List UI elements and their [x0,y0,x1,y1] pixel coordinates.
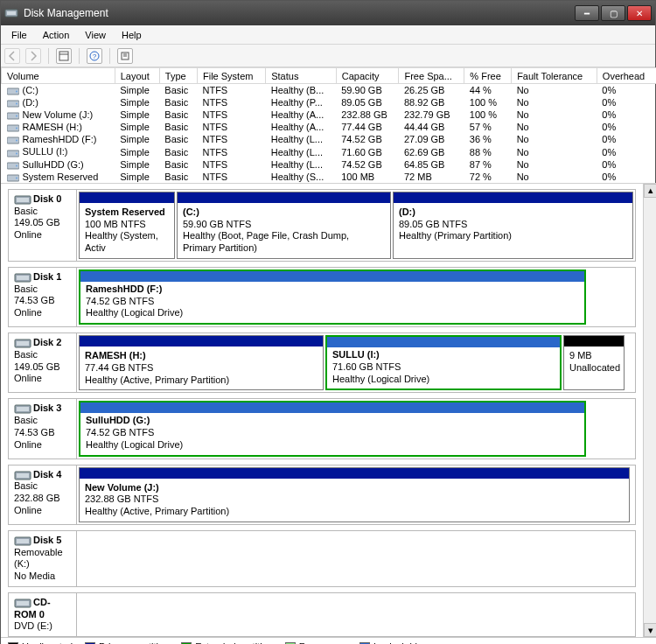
disk-row[interactable]: CD-ROM 0DVD (E:) [8,592,636,637]
partition[interactable]: 9 MBUnallocated [563,335,625,390]
menubar: File Action View Help [1,25,655,45]
partition-bar [564,336,624,346]
svg-text:?: ? [93,52,97,60]
partition[interactable]: SulluHDD (G:)74.52 GB NTFSHealthy (Logic… [79,401,586,456]
partition[interactable]: RameshHDD (F:)74.52 GB NTFSHealthy (Logi… [79,270,586,325]
col-header[interactable]: Free Spa... [399,68,464,84]
disk-icon [14,598,31,608]
disk-row[interactable]: Disk 1Basic74.53 GBOnlineRameshHDD (F:)7… [8,267,636,327]
col-header[interactable]: Fault Tolerance [512,68,597,84]
volume-row[interactable]: RameshHDD (F:)SimpleBasicNTFSHealthy (L.… [2,133,657,145]
partition-bar [80,192,174,203]
partition-bar [80,271,584,282]
menu-file[interactable]: File [4,28,34,42]
view-button[interactable] [56,48,72,64]
disk-row[interactable]: Disk 4Basic232.88 GBOnlineNew Volume (J:… [8,465,636,525]
scrollbar[interactable]: ▴ ▾ [643,184,656,637]
disk-map[interactable]: Disk 0Basic149.05 GBOnlineSystem Reserve… [1,184,643,637]
disk-icon [14,470,31,480]
disk-row[interactable]: Disk 5Removable (K:)No Media [8,530,636,587]
window-title: Disk Management [24,7,575,19]
partition[interactable]: (D:)89.05 GB NTFSHealthy (Primary Partit… [393,192,633,259]
back-button[interactable] [4,48,20,64]
volume-row[interactable]: (D:)SimpleBasicNTFSHealthy (P...89.05 GB… [2,96,657,108]
window: Disk Management ━ ▢ ✕ File Action View H… [0,0,656,644]
drive-icon [7,111,19,120]
col-header[interactable]: Overhead [597,68,656,84]
disk-meta: Disk 5Removable (K:)No Media [9,531,77,586]
drive-icon [7,149,19,158]
svg-point-12 [16,103,17,105]
svg-rect-36 [17,539,29,543]
svg-point-10 [16,91,17,93]
disk-row[interactable]: Disk 0Basic149.05 GBOnlineSystem Reserve… [8,189,636,262]
partition-bar [394,192,632,203]
maximize-button[interactable]: ▢ [601,5,625,21]
partition-bar [178,192,390,203]
drive-icon [7,136,19,144]
disk-icon [14,338,31,348]
menu-action[interactable]: Action [36,28,77,42]
volume-row[interactable]: System ReservedSimpleBasicNTFSHealthy (S… [2,171,657,183]
settings-button[interactable] [117,48,133,64]
disk-meta: Disk 3Basic74.53 GBOnline [9,399,77,458]
col-header[interactable]: Capacity [336,68,399,84]
svg-point-24 [16,177,17,178]
volume-list[interactable]: VolumeLayoutTypeFile SystemStatusCapacit… [1,67,656,183]
partition-bar [80,402,584,413]
toolbar: ? [1,45,655,67]
minimize-button[interactable]: ━ [575,5,599,21]
volume-row[interactable]: SULLU (I:)SimpleBasicNTFSHealthy (L...71… [2,145,657,158]
disk-icon [14,194,31,205]
disk-row[interactable]: Disk 2Basic149.05 GBOnlineRAMESH (H:)77.… [8,332,636,393]
scroll-up[interactable]: ▴ [644,184,656,198]
disk-meta: Disk 0Basic149.05 GBOnline [9,190,77,261]
col-header[interactable]: Type [159,68,197,84]
volume-row[interactable]: SulluHDD (G:)SimpleBasicNTFSHealthy (L..… [2,158,657,171]
drive-icon [7,161,19,170]
menu-help[interactable]: Help [115,28,149,42]
partition[interactable]: SULLU (I:)71.60 GB NTFSHealthy (Logical … [325,335,562,390]
partition-bar [80,336,323,346]
titlebar[interactable]: Disk Management ━ ▢ ✕ [1,1,655,25]
svg-point-20 [16,152,17,154]
svg-rect-38 [17,601,29,606]
svg-rect-1 [7,11,16,15]
col-header[interactable]: Layout [115,68,159,84]
forward-button[interactable] [25,48,41,64]
svg-point-22 [16,164,17,166]
menu-view[interactable]: View [78,28,113,42]
volume-row[interactable]: (C:)SimpleBasicNTFSHealthy (B...59.90 GB… [2,84,657,97]
close-button[interactable]: ✕ [627,5,652,21]
svg-point-16 [16,128,17,130]
col-header[interactable]: % Free [464,68,512,84]
svg-point-18 [16,140,17,142]
disk-meta: Disk 2Basic149.05 GBOnline [9,333,77,392]
help-button[interactable]: ? [87,48,102,64]
partition[interactable]: RAMESH (H:)77.44 GB NTFSHealthy (Active,… [79,335,324,390]
disk-icon [14,403,31,414]
col-header[interactable]: Volume [2,68,115,84]
partition-bar [80,468,629,479]
disk-meta: CD-ROM 0DVD (E:) [9,593,77,636]
partition[interactable]: New Volume (J:)232.88 GB NTFSHealthy (Ac… [79,467,630,522]
disk-icon [14,536,31,546]
svg-rect-32 [17,407,29,411]
legend: Unallocated Primary partition Extended p… [1,637,656,644]
scroll-down[interactable]: ▾ [644,623,656,637]
partition[interactable]: System Reserved100 MB NTFSHealthy (Syste… [79,192,175,259]
drive-icon [7,123,19,132]
svg-rect-30 [17,341,29,346]
disk-row[interactable]: Disk 3Basic74.53 GBOnlineSulluHDD (G:)74… [8,398,636,458]
col-header[interactable]: File System [197,68,265,84]
drive-icon [7,99,19,108]
svg-rect-28 [17,276,29,280]
volume-row[interactable]: RAMESH (H:)SimpleBasicNTFSHealthy (A...7… [2,121,657,133]
partition[interactable]: (C:)59.90 GB NTFSHealthy (Boot, Page Fil… [177,192,391,259]
disk-icon [14,272,31,283]
svg-rect-34 [17,473,29,478]
col-header[interactable]: Status [266,68,337,84]
disk-meta: Disk 4Basic232.88 GBOnline [9,466,77,524]
drive-icon [7,87,19,95]
volume-row[interactable]: New Volume (J:)SimpleBasicNTFSHealthy (A… [2,108,657,121]
